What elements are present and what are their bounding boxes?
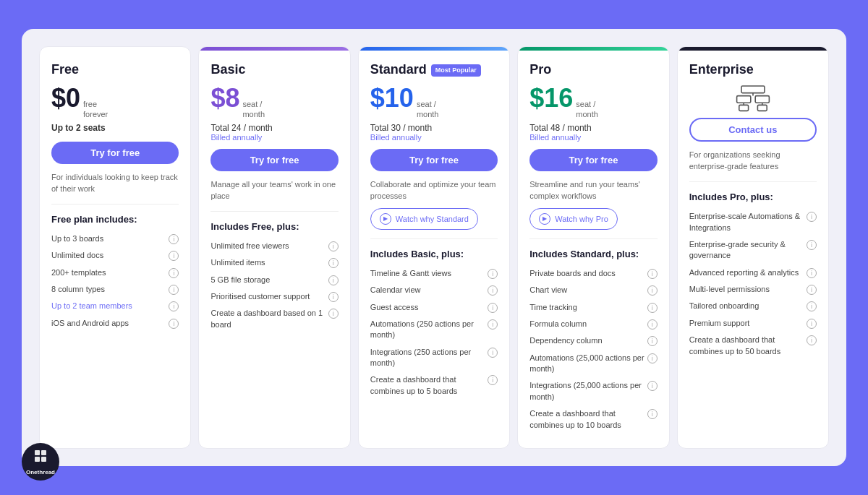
pricing-container: Free $0 freeforever Up to 2 seatsTry for… — [22, 29, 846, 466]
seats-free: Up to 2 seats — [51, 123, 179, 133]
info-icon-pro-6[interactable]: i — [647, 381, 658, 391]
info-icon-basic-2[interactable]: i — [328, 275, 339, 285]
billed-standard: Billed annually — [370, 133, 498, 142]
feature-label-free-4: Up to 2 team members — [51, 301, 166, 311]
svg-rect-10 — [35, 457, 40, 462]
feature-item-pro-0: Private boards and docs i — [529, 268, 657, 279]
info-icon-basic-1[interactable]: i — [328, 258, 339, 268]
total-pro: Total 48 / month — [529, 123, 657, 133]
feature-label-enterprise-5: Premium support — [689, 318, 804, 329]
feature-text-enterprise-3: Multi-level permissions — [689, 285, 770, 293]
feature-item-pro-5: Automations (25,000 actions per month) i — [529, 353, 657, 375]
includes-title-standard: Includes Basic, plus: — [370, 248, 498, 261]
info-icon-enterprise-6[interactable]: i — [807, 335, 817, 345]
info-icon-standard-1[interactable]: i — [488, 285, 498, 296]
watch-button-standard[interactable]: ▶ Watch why Standard — [370, 208, 478, 230]
cta-button-free[interactable]: Try for free — [51, 142, 179, 164]
info-icon-enterprise-2[interactable]: i — [807, 268, 817, 278]
divider-enterprise — [689, 181, 817, 182]
info-icon-standard-3[interactable]: i — [488, 319, 498, 330]
feature-item-standard-0: Timeline & Gantt views i — [370, 268, 498, 279]
feature-text-enterprise-2: Advanced reporting & analytics — [689, 268, 799, 277]
plan-name-pro: Pro — [529, 62, 657, 77]
price-pro: $16 — [529, 83, 573, 113]
price-sub-basic: seat /month — [242, 99, 265, 120]
info-icon-standard-4[interactable]: i — [488, 348, 498, 358]
feature-item-pro-7: Create a dashboard that combines up to 1… — [529, 408, 657, 431]
info-icon-pro-3[interactable]: i — [647, 319, 658, 330]
info-icon-enterprise-4[interactable]: i — [807, 301, 817, 311]
description-free: For individuals looking to keep track of… — [51, 171, 179, 195]
feature-item-enterprise-5: Premium support i — [689, 318, 817, 329]
info-icon-enterprise-3[interactable]: i — [807, 285, 817, 295]
plan-card-basic: Basic $8 seat /month Total 24 / monthBil… — [198, 46, 350, 449]
feature-label-standard-3: Automations (250 actions per month) — [370, 319, 485, 341]
most-popular-badge: Most Popular — [431, 64, 481, 77]
info-icon-standard-0[interactable]: i — [488, 269, 498, 279]
feature-item-standard-3: Automations (250 actions per month) i — [370, 319, 498, 341]
info-icon-basic-0[interactable]: i — [328, 241, 339, 251]
feature-label-pro-2: Time tracking — [529, 302, 644, 313]
price-row-pro: $16 seat /month — [529, 83, 657, 120]
cta-button-basic[interactable]: Try for free — [210, 149, 338, 171]
divider-free — [51, 204, 179, 205]
info-icon-standard-2[interactable]: i — [488, 303, 498, 313]
feature-label-pro-6: Integrations (25,000 actions per month) — [529, 380, 644, 403]
includes-title-enterprise: Includes Pro, plus: — [689, 191, 817, 204]
svg-rect-8 — [35, 450, 40, 455]
logo: Onethread — [22, 443, 59, 481]
info-icon-enterprise-0[interactable]: i — [807, 212, 817, 222]
billed-basic: Billed annually — [210, 133, 338, 142]
feature-text-basic-2: 5 GB file storage — [210, 275, 270, 284]
feature-text-standard-3: Automations (250 actions per month) — [370, 319, 474, 339]
feature-label-pro-0: Private boards and docs — [529, 268, 644, 279]
feature-item-pro-3: Formula column i — [529, 319, 657, 330]
logo-text: Onethread — [26, 469, 55, 475]
cta-button-pro[interactable]: Try for free — [529, 149, 657, 171]
feature-item-enterprise-0: Enterprise-scale Automations & Integrati… — [689, 211, 817, 233]
feature-text-pro-4: Dependency column — [529, 336, 602, 345]
billed-pro: Billed annually — [529, 133, 657, 142]
watch-button-pro[interactable]: ▶ Watch why Pro — [529, 208, 618, 230]
feature-text-enterprise-5: Premium support — [689, 319, 750, 327]
feature-text-standard-4: Integrations (250 actions per month) — [370, 348, 471, 367]
feature-item-free-3: 8 column types i — [51, 284, 179, 295]
info-icon-basic-4[interactable]: i — [328, 309, 339, 319]
feature-text-standard-5: Create a dashboard that combines up to 5… — [370, 375, 457, 395]
cta-button-enterprise[interactable]: Contact us — [689, 118, 817, 142]
feature-item-enterprise-2: Advanced reporting & analytics i — [689, 267, 817, 278]
info-icon-pro-1[interactable]: i — [647, 285, 658, 296]
info-icon-free-5[interactable]: i — [169, 319, 179, 329]
info-icon-enterprise-1[interactable]: i — [807, 240, 817, 250]
info-icon-pro-4[interactable]: i — [647, 336, 658, 346]
price-basic: $8 — [210, 83, 239, 113]
info-icon-standard-5[interactable]: i — [488, 375, 498, 385]
info-icon-pro-7[interactable]: i — [647, 409, 658, 419]
info-icon-free-0[interactable]: i — [169, 234, 179, 244]
plan-name-enterprise: Enterprise — [689, 62, 817, 77]
feature-text-standard-2: Guest access — [370, 303, 419, 311]
info-icon-free-1[interactable]: i — [169, 251, 179, 261]
feature-item-pro-4: Dependency column i — [529, 335, 657, 346]
plan-name-standard: StandardMost Popular — [370, 62, 498, 77]
feature-label-basic-1: Unlimited items — [210, 257, 325, 268]
feature-label-enterprise-1: Enterprise-grade security & governance — [689, 239, 804, 262]
info-icon-pro-5[interactable]: i — [647, 353, 658, 363]
description-standard: Collaborate and optimize your team proce… — [370, 178, 498, 202]
feature-text-standard-0: Timeline & Gantt views — [370, 269, 451, 277]
info-icon-enterprise-5[interactable]: i — [807, 319, 817, 329]
feature-item-enterprise-6: Create a dashboard that combines up to 5… — [689, 335, 817, 357]
cta-button-standard[interactable]: Try for free — [370, 149, 498, 171]
description-enterprise: For organizations seeking enterprise-gra… — [689, 149, 817, 173]
info-icon-basic-3[interactable]: i — [328, 292, 339, 302]
price-sub-free: freeforever — [83, 99, 108, 120]
info-icon-free-2[interactable]: i — [169, 268, 179, 278]
feature-label-standard-0: Timeline & Gantt views — [370, 268, 485, 279]
info-icon-free-4[interactable]: i — [169, 301, 179, 311]
info-icon-free-3[interactable]: i — [169, 285, 179, 295]
info-icon-pro-2[interactable]: i — [647, 303, 658, 313]
description-pro: Streamline and run your teams' complex w… — [529, 178, 657, 202]
info-icon-pro-0[interactable]: i — [647, 269, 658, 279]
feature-item-basic-1: Unlimited items i — [210, 257, 338, 268]
price-free: $0 — [51, 83, 80, 113]
